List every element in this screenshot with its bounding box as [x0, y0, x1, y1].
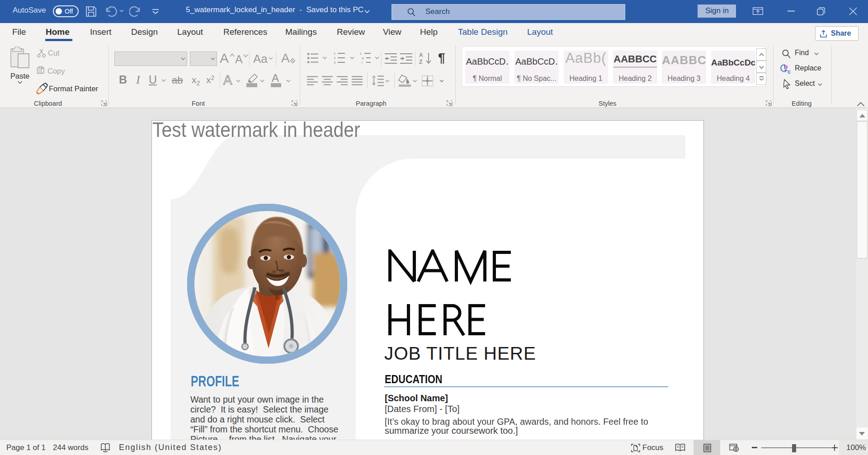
svg-text:i: i [362, 61, 363, 64]
svg-text:1: 1 [334, 52, 336, 56]
svg-text:2: 2 [334, 56, 336, 60]
svg-text:A: A [419, 52, 423, 58]
svg-text:b: b [784, 63, 788, 70]
svg-text:3: 3 [334, 61, 336, 64]
svg-text:1: 1 [360, 52, 362, 56]
svg-text:c: c [788, 69, 791, 75]
svg-text:a: a [362, 56, 364, 60]
svg-text:Z: Z [419, 59, 422, 65]
